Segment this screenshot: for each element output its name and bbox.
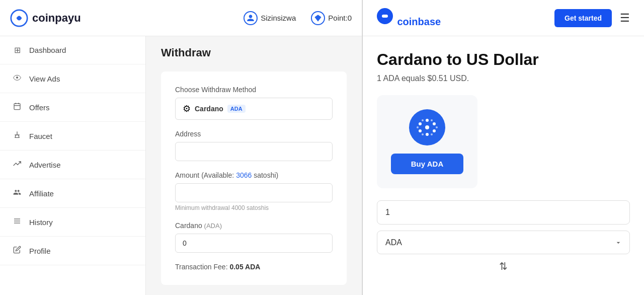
ada-logo-svg xyxy=(415,115,439,139)
user-name: Sizinsizwa xyxy=(261,14,296,22)
sidebar-item-dashboard[interactable]: ⊞ Dashboard xyxy=(0,36,145,64)
coinbase-logo-icon xyxy=(377,8,393,24)
coinpayu-panel: coinpayu Sizinsizwa Point:0 ⊞ Dashboard xyxy=(0,0,362,295)
sidebar-label-profile: Profile xyxy=(29,247,51,255)
svg-point-21 xyxy=(431,133,433,135)
cardano-sub: (ADA) xyxy=(204,222,222,230)
svg-point-23 xyxy=(436,126,438,128)
svg-point-12 xyxy=(426,119,429,122)
method-group: Choose Withdraw Method ⚙ Cardano ADA xyxy=(175,86,333,120)
faucet-icon xyxy=(12,131,22,141)
get-started-button[interactable]: Get started xyxy=(554,9,612,27)
coinbase-logo: coinbase xyxy=(377,8,441,28)
header-points: Point:0 xyxy=(311,11,352,25)
svg-point-1 xyxy=(16,77,18,79)
converter-amount-input[interactable] xyxy=(377,200,630,225)
sidebar-label-dashboard: Dashboard xyxy=(29,46,66,54)
sidebar-item-affiliate[interactable]: Affiliate xyxy=(0,179,145,208)
coinpayu-logo-text: coinpayu xyxy=(32,12,81,25)
svg-point-13 xyxy=(426,133,429,136)
method-select[interactable]: ⚙ Cardano ADA xyxy=(175,98,333,120)
conversion-rate: 1 ADA equals $0.51 USD. xyxy=(377,74,630,83)
address-input[interactable] xyxy=(175,142,333,161)
conversion-title: Cardano to US Dollar xyxy=(377,50,630,69)
coinpayu-logo-icon xyxy=(10,9,28,27)
svg-point-18 xyxy=(422,119,424,121)
sidebar-label-affiliate: Affiliate xyxy=(29,189,54,198)
points-label: Point:0 xyxy=(328,14,352,22)
svg-point-16 xyxy=(419,129,422,132)
sidebar-label-view-ads: View Ads xyxy=(29,75,60,83)
withdraw-title: Withdraw xyxy=(161,46,347,59)
logo-area: coinpayu xyxy=(10,9,244,27)
offers-icon xyxy=(12,102,22,112)
swap-button[interactable]: ⇅ xyxy=(499,260,508,272)
sidebar-label-history: History xyxy=(29,218,53,227)
withdraw-content: Withdraw Choose Withdraw Method ⚙ Cardan… xyxy=(146,36,362,295)
amount-unit: satoshi) xyxy=(254,171,278,179)
svg-point-22 xyxy=(417,126,419,128)
hamburger-menu-icon[interactable]: ☰ xyxy=(620,12,630,25)
method-badge: ADA xyxy=(227,105,246,113)
tx-fee-value: 0.05 ADA xyxy=(229,263,260,271)
cardano-label: Cardano (ADA) xyxy=(175,222,333,230)
currency-from-select[interactable]: ADA USD EUR BTC ETH xyxy=(377,231,630,254)
coinbase-panel: coinbase Get started ☰ Cardano to US Dol… xyxy=(363,0,644,295)
svg-point-15 xyxy=(433,122,436,125)
sidebar-item-advertise[interactable]: Advertise xyxy=(0,151,145,179)
cardano-group: Cardano (ADA) xyxy=(175,222,333,253)
coinpayu-header: coinpayu Sizinsizwa Point:0 xyxy=(0,0,362,36)
sidebar-item-view-ads[interactable]: View Ads xyxy=(0,64,145,93)
svg-point-19 xyxy=(431,119,433,121)
svg-rect-2 xyxy=(14,104,20,110)
method-label: Choose Withdraw Method xyxy=(175,86,333,94)
available-amount: 3066 xyxy=(236,171,252,179)
amount-label: Amount (Available: 3066 satoshi) xyxy=(175,171,333,179)
points-icon xyxy=(311,11,325,25)
main-layout: ⊞ Dashboard View Ads Offers Faucet xyxy=(0,36,362,295)
affiliate-icon xyxy=(12,188,22,198)
swap-row: ⇅ xyxy=(377,260,630,272)
profile-icon xyxy=(12,246,22,256)
coinbase-content: Cardano to US Dollar 1 ADA equals $0.51 … xyxy=(363,36,644,295)
dashboard-icon: ⊞ xyxy=(12,45,22,55)
address-label: Address xyxy=(175,130,333,138)
cardano-value-input[interactable] xyxy=(175,234,333,253)
history-icon xyxy=(12,217,22,227)
sidebar-label-advertise: Advertise xyxy=(29,161,61,169)
sidebar-label-offers: Offers xyxy=(29,103,50,112)
user-icon xyxy=(244,11,258,25)
sidebar-item-history[interactable]: History xyxy=(0,208,145,237)
svg-point-20 xyxy=(422,133,424,135)
amount-group: Amount (Available: 3066 satoshi) Minimum… xyxy=(175,171,333,211)
view-ads-icon xyxy=(12,73,22,84)
ada-card: Buy ADA xyxy=(377,95,477,188)
svg-point-11 xyxy=(425,125,429,129)
svg-point-14 xyxy=(419,122,422,125)
coinbase-logo-text: coinbase xyxy=(397,16,441,27)
coinbase-header-right: Get started ☰ xyxy=(554,9,630,27)
advertise-icon xyxy=(12,160,22,170)
buy-ada-button[interactable]: Buy ADA xyxy=(391,154,463,174)
sidebar: ⊞ Dashboard View Ads Offers Faucet xyxy=(0,36,146,295)
amount-hint: Minimum withdrawal 4000 satoshis xyxy=(175,204,333,211)
sidebar-item-offers[interactable]: Offers xyxy=(0,93,145,122)
sidebar-item-faucet[interactable]: Faucet xyxy=(0,122,145,151)
converter-section: ADA USD EUR BTC ETH ⇅ xyxy=(377,200,630,272)
method-name: Cardano xyxy=(195,105,223,113)
ada-logo xyxy=(409,109,445,145)
tx-fee: Transaction Fee: 0.05 ADA xyxy=(175,263,333,271)
amount-input[interactable] xyxy=(175,183,333,202)
svg-rect-10 xyxy=(382,15,388,18)
cardano-method-icon: ⚙ xyxy=(183,103,191,114)
withdraw-form: Choose Withdraw Method ⚙ Cardano ADA Add… xyxy=(161,71,347,285)
coinbase-header: coinbase Get started ☰ xyxy=(363,0,644,36)
svg-point-17 xyxy=(433,129,436,132)
sidebar-item-profile[interactable]: Profile xyxy=(0,237,145,265)
address-group: Address xyxy=(175,130,333,161)
sidebar-label-faucet: Faucet xyxy=(29,132,52,140)
header-user: Sizinsizwa xyxy=(244,11,296,25)
